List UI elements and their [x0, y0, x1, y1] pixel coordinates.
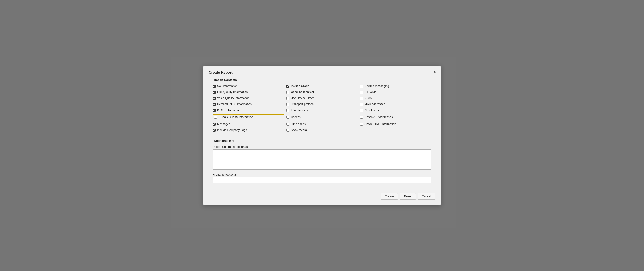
checkbox-item-include-logo[interactable]: Include Company Logo [212, 128, 284, 132]
checkbox-label-messages: Messages [217, 122, 230, 126]
checkbox-item-include-graph[interactable]: Include Graph [286, 84, 358, 88]
checkbox-label-resolve-ip: Resolve IP addresses [364, 115, 393, 119]
additional-info-legend: Additional Info [212, 139, 236, 142]
checkbox-voice-quality[interactable] [212, 97, 216, 100]
checkbox-label-show-media: Show Media [291, 128, 307, 132]
checkbox-item-call-info[interactable]: Call Information [212, 84, 284, 88]
checkbox-label-detailed-rtcp: Detailed RTCP information [217, 102, 252, 106]
checkbox-label-ip-addresses: IP addresses [291, 108, 308, 112]
checkbox-item-dtmf-info[interactable]: DTMF information [212, 108, 284, 112]
comment-label: Report Comment (optional): [212, 145, 432, 149]
checkbox-messages[interactable] [212, 122, 216, 126]
create-report-dialog: Create Report × Report Contents Call Inf… [203, 66, 441, 205]
checkbox-label-absolute-times: Absolute times [364, 108, 384, 112]
checkbox-show-dtmf[interactable] [360, 122, 363, 126]
checkbox-absolute-times[interactable] [360, 109, 363, 112]
checkbox-item-sip-uris[interactable]: SIP URIs [360, 90, 432, 94]
dialog-footer: Create Reset Cancel [209, 193, 435, 200]
checkbox-item-combine-identical[interactable]: Combine identical [286, 90, 358, 94]
checkbox-item-unwind-messaging[interactable]: Unwind messaging [360, 84, 432, 88]
checkbox-label-link-quality: Link Quality Information [217, 90, 248, 94]
checkbox-item-messages[interactable]: Messages [212, 122, 284, 126]
checkbox-codecs[interactable] [286, 116, 290, 119]
filename-input[interactable] [212, 177, 432, 183]
checkbox-label-mac-addresses: MAC addresses [364, 102, 385, 106]
checkbox-label-vlan: VLAN [364, 96, 372, 100]
dialog-title: Create Report [209, 70, 435, 75]
checkbox-label-include-logo: Include Company Logo [217, 128, 247, 132]
checkbox-label-codecs: Codecs [291, 115, 301, 119]
checkbox-label-voice-quality: Voice Quality Information [217, 96, 250, 100]
checkbox-grid: Call InformationInclude GraphUnwind mess… [212, 84, 432, 132]
checkbox-include-logo[interactable] [212, 129, 216, 132]
report-contents-legend: Report Contents [212, 78, 238, 81]
checkbox-label-sip-uris: SIP URIs [364, 90, 376, 94]
close-button[interactable]: × [434, 70, 436, 74]
checkbox-item-resolve-ip[interactable]: Resolve IP addresses [360, 114, 432, 120]
create-button[interactable]: Create [381, 193, 398, 200]
checkbox-item-absolute-times[interactable]: Absolute times [360, 108, 432, 112]
checkbox-label-combine-identical: Combine identical [291, 90, 314, 94]
checkbox-unwind-messaging[interactable] [360, 85, 363, 88]
checkbox-label-call-info: Call Information [217, 84, 238, 88]
checkbox-item-show-dtmf[interactable]: Show DTMF Information [360, 122, 432, 126]
checkbox-call-info[interactable] [212, 85, 216, 88]
checkbox-sip-uris[interactable] [360, 91, 363, 94]
checkbox-item-use-device-order[interactable]: Use Device Order [286, 96, 358, 100]
comment-group: Report Comment (optional): [212, 145, 432, 170]
checkbox-label-use-device-order: Use Device Order [291, 96, 314, 100]
checkbox-label-include-graph: Include Graph [291, 84, 309, 88]
checkbox-combine-identical[interactable] [286, 91, 290, 94]
checkbox-link-quality[interactable] [212, 91, 216, 94]
report-contents-section: Report Contents Call InformationInclude … [209, 78, 435, 135]
checkbox-include-graph[interactable] [286, 85, 290, 88]
comment-textarea[interactable] [212, 149, 432, 170]
checkbox-item-transport-protocol[interactable]: Transport protocol [286, 102, 358, 106]
checkbox-label-transport-protocol: Transport protocol [291, 102, 314, 106]
dialog-overlay: Create Report × Report Contents Call Inf… [0, 0, 644, 271]
cancel-button[interactable]: Cancel [418, 193, 435, 200]
checkbox-item-mac-addresses[interactable]: MAC addresses [360, 102, 432, 106]
checkbox-label-unwind-messaging: Unwind messaging [364, 84, 389, 88]
checkbox-item-voice-quality[interactable]: Voice Quality Information [212, 96, 284, 100]
checkbox-label-show-dtmf: Show DTMF Information [364, 122, 396, 126]
checkbox-item-link-quality[interactable]: Link Quality Information [212, 90, 284, 94]
checkbox-vlan[interactable] [360, 97, 363, 100]
checkbox-detailed-rtcp[interactable] [212, 103, 216, 106]
checkbox-show-media[interactable] [286, 129, 290, 132]
checkbox-transport-protocol[interactable] [286, 103, 290, 106]
filename-group: Filename (optional): [212, 173, 432, 183]
additional-info-section: Additional Info Report Comment (optional… [209, 139, 435, 190]
checkbox-item-ip-addresses[interactable]: IP addresses [286, 108, 358, 112]
checkbox-item-show-media[interactable]: Show Media [286, 128, 358, 132]
checkbox-resolve-ip[interactable] [360, 116, 363, 119]
checkbox-use-device-order[interactable] [286, 97, 290, 100]
checkbox-label-ucaas-ccaas: UCaaS CCaaS information [218, 115, 253, 119]
checkbox-mac-addresses[interactable] [360, 103, 363, 106]
checkbox-dtmf-info[interactable] [212, 109, 216, 112]
checkbox-item-time-spans[interactable]: Time spans [286, 122, 358, 126]
checkbox-item-ucaas-ccaas[interactable]: UCaaS CCaaS information [212, 114, 284, 120]
checkbox-item-detailed-rtcp[interactable]: Detailed RTCP information [212, 102, 284, 106]
checkbox-time-spans[interactable] [286, 122, 290, 126]
checkbox-item-codecs[interactable]: Codecs [286, 114, 358, 120]
checkbox-label-dtmf-info: DTMF information [217, 108, 240, 112]
filename-label: Filename (optional): [212, 173, 432, 176]
checkbox-ucaas-ccaas[interactable] [214, 116, 217, 119]
checkbox-label-time-spans: Time spans [291, 122, 306, 126]
checkbox-ip-addresses[interactable] [286, 109, 290, 112]
reset-button[interactable]: Reset [400, 193, 416, 200]
checkbox-item-vlan[interactable]: VLAN [360, 96, 432, 100]
